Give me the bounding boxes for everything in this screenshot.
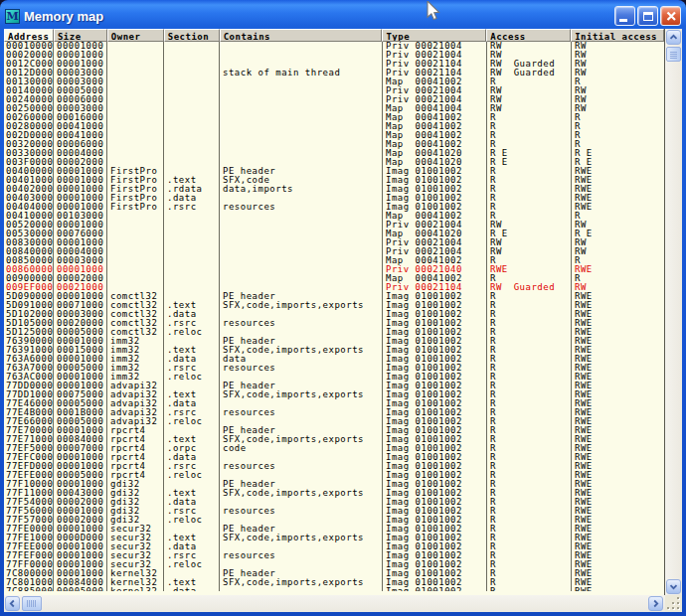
table-row[interactable]: 77EFE00000005000rpcrt4.relocImag 0100100… [4,471,665,480]
table-row[interactable]: 77EFD00000001000rpcrt4.rsrcresourcesImag… [4,462,665,471]
table-row[interactable]: 763A600000001000imm32.datadataImag 01001… [4,355,665,364]
table-row[interactable]: 77F5400000002000gdi32.dataImag 01001002R… [4,498,665,507]
table-row[interactable]: 0086000000001000Priv 00021040RWERWE [4,265,665,274]
table-row[interactable]: 0085000000003000Map 00041002RR [4,256,665,265]
table-row[interactable]: 0090000000002000Map 00041002RR [4,274,665,283]
column-header-section[interactable]: Section [164,29,220,42]
close-button[interactable] [660,6,681,26]
table-row[interactable]: 0040400000001000FirstPro.rsrcresourcesIm… [4,203,665,212]
cell-owner [107,51,164,60]
table-row[interactable]: 77EF500000007000rpcrt4.orpccodeImag 0100… [4,444,665,453]
table-row[interactable]: 77DD100000075000advapi32.textSFX,code,im… [4,390,665,399]
table-row[interactable]: 0040300000001000FirstPro.dataImag 010010… [4,194,665,203]
cell-owner: imm32 [107,364,164,373]
table-row[interactable]: 0012C00000001000Priv 00021104RW GuardedR… [4,60,665,69]
cell-access: R [487,373,572,382]
table-row[interactable]: 7639000000001000imm32PE headerImag 01001… [4,337,665,346]
table-row[interactable]: 7639100000015000imm32.textSFX,code,impor… [4,346,665,355]
cell-contains: SFX,code,imports,exports [220,435,383,444]
table-row[interactable]: 0041000000103000Map 00041002RR [4,212,665,221]
table-row[interactable]: 763AC00000001000imm32.relocImag 01001002… [4,373,665,382]
column-header-owner[interactable]: Owner [107,29,164,42]
table-row[interactable]: 0012D00000003000stack of main threadPriv… [4,69,665,77]
table-row[interactable]: 0040100000001000FirstPro.textSFX,codeIma… [4,176,665,185]
cell-contains: PE header [220,525,383,534]
table-row[interactable]: 77E7000000001000rpcrt4PE headerImag 0100… [4,426,665,435]
cell-owner: gdi32 [107,498,164,507]
table-row[interactable]: 5D09100000071000comctl32.textSFX,code,im… [4,301,665,310]
cell-owner [107,158,164,167]
table-row[interactable]: 003F000000002000Map 00041020R ER E [4,158,665,167]
table-row[interactable]: 0001000000001000Priv 00021004RWRW [4,42,665,51]
table-row[interactable]: 0033000000004000Map 00041020R ER E [4,149,665,158]
column-header-access[interactable]: Access [486,29,571,42]
title-bar[interactable]: M Memory map [5,4,681,28]
table-row[interactable]: 0025000000003000Map 00041004RWRW [4,104,665,113]
table-row[interactable]: 77F1000000001000gdi32PE headerImag 01001… [4,480,665,489]
table-row[interactable]: 77FEF00000001000secur32.rsrcresourcesIma… [4,551,665,560]
table-row[interactable]: 0013000000003000Map 00041002RR [4,77,665,86]
table-row[interactable]: 77E4B0000001B000advapi32.rsrcresourcesIm… [4,408,665,417]
resize-grip[interactable] [665,595,682,612]
table-row[interactable]: 0032000000006000Map 00041002RR [4,140,665,149]
table-row[interactable]: 77E7100000084000rpcrt4.textSFX,code,impo… [4,435,665,444]
column-header-type[interactable]: Type [382,29,486,42]
scroll-down-button[interactable] [666,579,681,594]
table-row[interactable]: 0028000000041000Map 00041002RR [4,122,665,131]
table-row[interactable]: 77FE000000001000secur32PE headerImag 010… [4,525,665,534]
table-row[interactable]: 7C88500000005000kernel32.dataImag 010010… [4,587,665,591]
column-header-address[interactable]: Address [4,29,54,42]
table-row[interactable]: 763A700000005000imm32.rsrcresourcesImag … [4,364,665,373]
cell-type: Priv 00021004 [383,221,487,230]
cell-access: R [487,274,572,283]
table-row[interactable]: 77E6600000005000advapi32.relocImag 01001… [4,417,665,426]
table-row[interactable]: 77FEE00000001000secur32.dataImag 0100100… [4,542,665,551]
table-row[interactable]: 0026000000016000Map 00041002RR [4,113,665,122]
cell-type: Map 00041020 [383,158,487,167]
cell-address: 77FF0000 [4,560,54,569]
horizontal-scroll-thumb[interactable] [22,596,42,611]
table-row[interactable]: 5D10500000020000comctl32.rsrcresourcesIm… [4,319,665,328]
maximize-button[interactable] [637,6,658,26]
table-row[interactable]: 0083000000001000Priv 00021004RWRW [4,238,665,247]
table-row[interactable]: 0024000000006000Priv 00021004RWRW [4,95,665,104]
column-header-initial_access[interactable]: Initial access [571,29,664,42]
table-row[interactable]: 5D10200000003000comctl32.dataImag 010010… [4,310,665,319]
vertical-scroll-thumb[interactable] [666,47,681,62]
table-row[interactable]: 0053000000076000Map 00041020R ER E [4,230,665,238]
table-row[interactable]: 77F1100000043000gdi32.textSFX,code,impor… [4,489,665,498]
table-row[interactable]: 0002000000001000Priv 00021004RWRW [4,51,665,60]
table-row[interactable]: 77FF000000001000secur32.relocImag 010010… [4,560,665,569]
table-row[interactable]: 7C80000000001000kernel32PE headerImag 01… [4,569,665,578]
table-row[interactable]: 77E4600000005000advapi32.dataImag 010010… [4,399,665,408]
column-header-contains[interactable]: Contains [220,29,383,42]
table-row[interactable]: 77FE10000000D000secur32.textSFX,code,imp… [4,534,665,542]
table-row[interactable]: 5D09000000001000comctl32PE headerImag 01… [4,292,665,301]
table-row[interactable]: 0084000000004000Priv 00021004RWRW [4,247,665,256]
cell-section [164,131,220,140]
scroll-up-button[interactable] [666,30,681,45]
cell-size: 00003000 [54,104,107,113]
table-row[interactable]: 009EF00000021000Priv 00021104RW GuardedR… [4,283,665,292]
table-row[interactable]: 77DD000000001000advapi32PE headerImag 01… [4,382,665,390]
scroll-left-button[interactable] [5,596,20,611]
table-row[interactable]: 77F5600000001000gdi32.rsrcresourcesImag … [4,507,665,516]
minimize-button[interactable] [614,6,635,26]
table-row[interactable]: 0052000000001000Priv 00021004RWRW [4,221,665,230]
cell-type: Map 00041002 [383,122,487,131]
table-row[interactable]: 5D12500000005000comctl32.relocImag 01001… [4,328,665,337]
cell-contains [220,471,383,480]
table-row[interactable]: 7C80100000084000kernel32.textSFX,code,im… [4,578,665,587]
table-row[interactable]: 0040000000001000FirstProPE headerImag 01… [4,167,665,176]
table-row[interactable]: 002D000000041000Map 00041002RR [4,131,665,140]
table-row[interactable]: 0040200000001000FirstPro.rdatadata,impor… [4,185,665,194]
cell-address: 00410000 [4,212,54,221]
table-row[interactable]: 77EFC00000001000rpcrt4.dataImag 01001002… [4,453,665,462]
horizontal-scrollbar[interactable] [4,595,665,612]
vertical-scrollbar[interactable] [665,29,682,595]
cell-section: .reloc [164,560,220,569]
table-row[interactable]: 0014000000005000Priv 00021004RWRW [4,86,665,95]
column-header-size[interactable]: Size [54,29,107,42]
scroll-right-button[interactable] [648,596,663,611]
table-row[interactable]: 77F5700000002000gdi32.relocImag 01001002… [4,516,665,525]
